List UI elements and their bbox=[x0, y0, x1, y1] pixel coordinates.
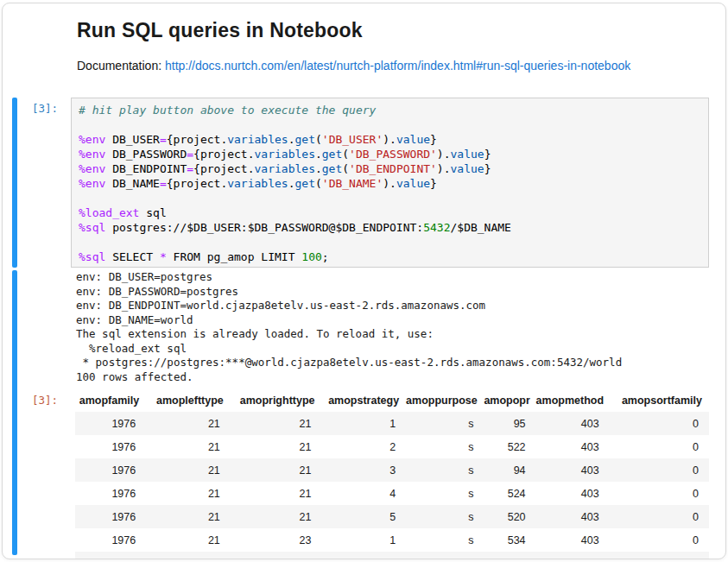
code-line: %env DB_USER={project.variables.get('DB_… bbox=[79, 132, 701, 147]
table-cell: s bbox=[406, 528, 484, 552]
table-cell: s bbox=[406, 412, 484, 435]
table-cell: 0 bbox=[610, 435, 709, 458]
table-cell: 1 bbox=[322, 528, 407, 552]
table-cell: s bbox=[406, 505, 484, 528]
table-cell: 21 bbox=[146, 458, 231, 482]
table-cell: 1976 bbox=[75, 528, 146, 552]
code-line: %env DB_PASSWORD={project.variables.get(… bbox=[79, 147, 701, 161]
code-line: %env DB_NAME={project.variables.get('DB_… bbox=[79, 176, 701, 191]
table-cell: s bbox=[406, 458, 484, 482]
code-line: %sql SELECT * FROM pg_amop LIMIT 100; bbox=[79, 249, 701, 264]
table-cell: 534 bbox=[484, 528, 535, 552]
table-cell: 21 bbox=[231, 505, 322, 528]
table-cell: 0 bbox=[610, 482, 709, 505]
notebook-window: Run SQL queries in Notebook Documentatio… bbox=[2, 3, 726, 559]
doc-label: Documentation: bbox=[77, 59, 165, 73]
table-cell: 21 bbox=[146, 435, 231, 458]
code-line: %sql postgres://$DB_USER:$DB_PASSWORD@$D… bbox=[79, 220, 701, 235]
table-cell: 403 bbox=[536, 435, 610, 458]
table-cell: 2 bbox=[322, 435, 407, 458]
table-row: 197621211s954030 bbox=[75, 412, 709, 435]
table-cell: 1976 bbox=[75, 435, 146, 458]
table-cell: 520 bbox=[484, 505, 535, 528]
doc-line: Documentation: http://docs.nurtch.com/en… bbox=[77, 59, 630, 73]
code-line bbox=[79, 235, 701, 249]
table-cell: 403 bbox=[536, 458, 610, 482]
table-cell: 403 bbox=[536, 528, 610, 552]
table-cell: 1976 bbox=[75, 505, 146, 528]
table-cell: s bbox=[406, 435, 484, 458]
table-cell: 1976 bbox=[75, 412, 146, 435]
table-cell: 21 bbox=[146, 412, 231, 435]
code-line bbox=[79, 191, 701, 205]
table-cell: 21 bbox=[146, 482, 231, 505]
table-cell: 94 bbox=[484, 458, 535, 482]
code-line: %env DB_ENDPOINT={project.variables.get(… bbox=[79, 161, 701, 176]
input-prompt: [3]: bbox=[9, 102, 58, 115]
output-collapser[interactable] bbox=[12, 270, 17, 555]
column-header: amoppurpose bbox=[406, 389, 484, 412]
table-cell: 403 bbox=[536, 505, 610, 528]
table-cell: 1976 bbox=[75, 482, 146, 505]
column-header: amopstrategy bbox=[322, 389, 407, 412]
documentation-link[interactable]: http://docs.nurtch.com/en/latest/nurtch-… bbox=[165, 59, 630, 73]
table-cell: 21 bbox=[231, 458, 322, 482]
table-cell: 0 bbox=[610, 505, 709, 528]
column-header: amoplefttype bbox=[146, 389, 231, 412]
code-cell-editor[interactable]: # hit play button above to execute the q… bbox=[71, 98, 709, 268]
table-cell: 524 bbox=[484, 482, 535, 505]
table-cell: 21 bbox=[146, 528, 231, 552]
table-cell: 5 bbox=[322, 505, 407, 528]
table-cell: 3 bbox=[322, 458, 407, 482]
table-cell: 21 bbox=[231, 435, 322, 458]
column-header: amopsortfamily bbox=[610, 389, 709, 412]
code-line: %load_ext sql bbox=[79, 205, 701, 220]
table-cell: 23 bbox=[231, 528, 322, 552]
table-cell: 403 bbox=[536, 482, 610, 505]
table-cell: 4 bbox=[322, 482, 407, 505]
column-header: amopopr bbox=[484, 389, 535, 412]
table-row-partial bbox=[75, 552, 709, 559]
table-cell: 1 bbox=[322, 412, 407, 435]
input-collapser[interactable] bbox=[12, 98, 17, 268]
code-line bbox=[79, 117, 701, 132]
table-cell: 21 bbox=[231, 482, 322, 505]
column-header: amopfamily bbox=[75, 389, 146, 412]
code-line: # hit play button above to execute the q… bbox=[79, 103, 701, 117]
table-row: 197621215s5204030 bbox=[75, 505, 709, 528]
table-row: 197621212s5224030 bbox=[75, 435, 709, 458]
table-row: 197621231s5344030 bbox=[75, 528, 709, 552]
table-row: 197621213s944030 bbox=[75, 458, 709, 482]
table-cell: 21 bbox=[146, 505, 231, 528]
table-row: 197621214s5244030 bbox=[75, 482, 709, 505]
column-header: amopmethod bbox=[536, 389, 610, 412]
table-cell: 0 bbox=[610, 458, 709, 482]
table-cell: 21 bbox=[231, 412, 322, 435]
output-prompt: [3]: bbox=[9, 394, 58, 407]
table-cell: 0 bbox=[610, 412, 709, 435]
table-cell: 1976 bbox=[75, 458, 146, 482]
result-table: amopfamilyamoplefttypeamoprighttypeamops… bbox=[75, 389, 709, 559]
table-cell: 403 bbox=[536, 412, 610, 435]
table-header-row: amopfamilyamoplefttypeamoprighttypeamops… bbox=[75, 389, 709, 412]
table-cell: 0 bbox=[610, 528, 709, 552]
table-cell: 522 bbox=[484, 435, 535, 458]
page-title: Run SQL queries in Notebook bbox=[77, 19, 363, 42]
table-cell: 95 bbox=[484, 412, 535, 435]
stdout-output: env: DB_USER=postgres env: DB_PASSWORD=p… bbox=[76, 270, 709, 384]
column-header: amoprighttype bbox=[231, 389, 322, 412]
table-cell: s bbox=[406, 482, 484, 505]
